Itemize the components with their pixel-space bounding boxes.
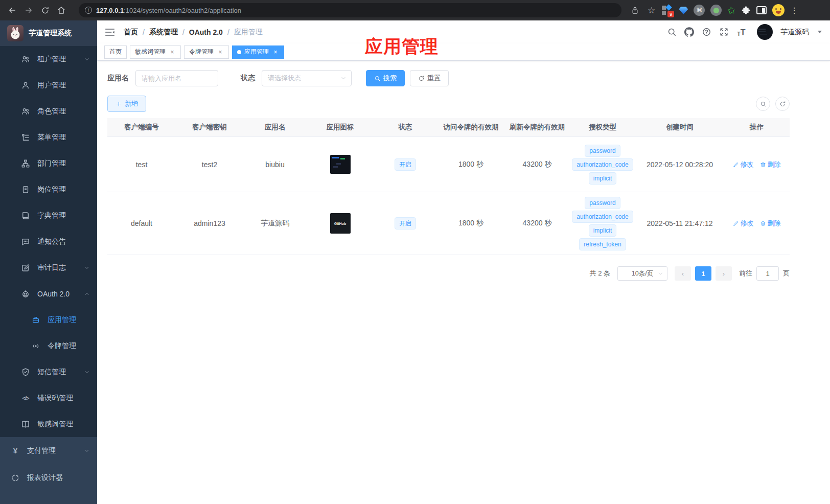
browser-menu-icon[interactable]: ⋮: [790, 6, 798, 15]
user-icon: [21, 81, 30, 90]
app-logo[interactable]: 芋道管理系统: [0, 20, 97, 46]
application-table: 客户端编号 客户端密钥 应用名 应用图标 状态 访问令牌的有效期 刷新令牌的有效…: [107, 118, 790, 255]
extension-badge: 9: [667, 11, 674, 17]
sidebar-item-notice[interactable]: 通知公告: [0, 228, 97, 255]
chevron-down-icon: [84, 265, 90, 271]
url-host: 127.0.0.1: [96, 7, 124, 14]
breadcrumb-home[interactable]: 首页: [124, 28, 138, 37]
search-button[interactable]: 搜索: [366, 70, 405, 86]
user-name[interactable]: 芋道源码: [780, 28, 809, 37]
app-icon-thumbnail[interactable]: [330, 155, 351, 174]
page-unit-label: 页: [783, 269, 790, 278]
sidebar-item-dept[interactable]: 部门管理: [0, 150, 97, 176]
sidebar-item-audit-log[interactable]: 审计日志: [0, 255, 97, 281]
sidebar-item-oauth-application[interactable]: 应用管理: [0, 307, 97, 333]
edit-link[interactable]: 修改: [733, 160, 754, 169]
close-icon[interactable]: ×: [272, 49, 279, 56]
org-tree-icon: [21, 159, 30, 168]
sidebar-item-menu[interactable]: 菜单管理: [0, 124, 97, 150]
extension-recorder-icon[interactable]: [710, 5, 722, 16]
chevron-down-icon: [84, 56, 90, 62]
delete-link[interactable]: 删除: [760, 160, 781, 169]
help-icon[interactable]: [702, 27, 711, 37]
extension-gem-icon[interactable]: [679, 6, 688, 14]
tab-token[interactable]: 令牌管理 ×: [184, 45, 229, 59]
sidebar-item-role[interactable]: 角色管理: [0, 98, 97, 124]
sidebar-toggle-icon[interactable]: [104, 27, 116, 38]
address-bar[interactable]: i 127.0.0.1:1024/system/oauth2/oauth2/ap…: [79, 3, 621, 17]
github-icon[interactable]: [684, 27, 694, 37]
extension-command-icon[interactable]: ⌘: [694, 5, 705, 16]
goto-page-input[interactable]: [756, 266, 779, 281]
report-icon: [11, 473, 20, 483]
book-icon: [21, 211, 30, 220]
sidebar-item-errcode[interactable]: </> 错误码管理: [0, 385, 97, 411]
created-time: 2022-05-12 00:28:20: [636, 161, 724, 169]
access-token-ttl: 1800 秒: [437, 160, 505, 169]
tags-view-bar: 首页 敏感词管理 × 令牌管理 × 应用管理 ×: [97, 43, 830, 61]
breadcrumb-oauth[interactable]: OAuth 2.0: [189, 28, 223, 36]
share-icon[interactable]: [628, 3, 642, 17]
client-id: test: [107, 161, 176, 169]
status-badge[interactable]: 开启: [395, 217, 416, 230]
side-panel-icon[interactable]: [756, 6, 767, 14]
user-menu-caret-icon[interactable]: [818, 31, 822, 33]
browser-toolbar: i 127.0.0.1:1024/system/oauth2/oauth2/ap…: [0, 0, 830, 20]
sidebar-item-sensitive-word[interactable]: 敏感词管理: [0, 411, 97, 437]
fullscreen-icon[interactable]: [719, 27, 729, 37]
next-page-button[interactable]: ›: [716, 266, 732, 281]
app-icon-thumbnail[interactable]: GitHub: [330, 213, 351, 234]
delete-link[interactable]: 删除: [760, 219, 781, 228]
sidebar-item-pay[interactable]: ¥ 支付管理: [0, 437, 97, 464]
sidebar-item-post[interactable]: 岗位管理: [0, 176, 97, 202]
app-title: 芋道管理系统: [29, 29, 72, 38]
status-badge[interactable]: 开启: [395, 158, 416, 171]
broadcast-icon: [31, 341, 40, 351]
reset-button[interactable]: 重置: [410, 70, 449, 86]
sidebar: 芋道管理系统 租户管理 用户管理 角色管理 菜单管理 部门管理: [0, 20, 97, 504]
edit-link[interactable]: 修改: [733, 219, 754, 228]
bookmark-star-icon[interactable]: ☆: [648, 5, 655, 16]
sidebar-item-user[interactable]: 用户管理: [0, 72, 97, 98]
header-search-icon[interactable]: [667, 27, 677, 37]
extension-tasks-icon[interactable]: 9: [661, 4, 673, 16]
font-size-icon[interactable]: [736, 27, 746, 37]
close-icon[interactable]: ×: [217, 49, 224, 56]
pagination: 共 2 条 10条/页 ‹ 1 › 前往 页: [107, 266, 790, 281]
add-button[interactable]: 新增: [107, 96, 146, 112]
sidebar-item-oauth-token[interactable]: 令牌管理: [0, 333, 97, 359]
badge-icon: [21, 185, 30, 194]
refresh-button[interactable]: [775, 97, 790, 111]
extension-star-icon[interactable]: ✩: [727, 4, 736, 17]
user-avatar[interactable]: [757, 24, 773, 40]
tab-sensitive-word[interactable]: 敏感词管理 ×: [130, 45, 181, 59]
profile-avatar-icon[interactable]: [772, 4, 785, 16]
home-icon[interactable]: [54, 3, 68, 17]
app-name-input[interactable]: [135, 70, 218, 86]
prev-page-button[interactable]: ‹: [675, 266, 691, 281]
close-icon[interactable]: ×: [169, 49, 176, 56]
sidebar-item-report-designer[interactable]: 报表设计器: [0, 464, 97, 491]
status-select[interactable]: 请选择状态: [262, 70, 352, 86]
total-count: 共 2 条: [590, 269, 610, 278]
extensions-puzzle-icon[interactable]: [741, 6, 751, 15]
forward-icon[interactable]: [21, 3, 36, 17]
sidebar-item-oauth[interactable]: OAuth 2.0: [0, 281, 97, 307]
sidebar-item-dict[interactable]: 字典管理: [0, 202, 97, 228]
page-size-select[interactable]: 10条/页: [617, 266, 667, 281]
sidebar-submenu-system: 租户管理 用户管理 角色管理 菜单管理 部门管理 岗位管理: [0, 46, 97, 437]
active-dot: [237, 50, 241, 54]
sidebar-item-sms[interactable]: 短信管理: [0, 359, 97, 385]
breadcrumb-system[interactable]: 系统管理: [149, 28, 178, 37]
goto-label: 前往: [739, 269, 752, 278]
tab-application[interactable]: 应用管理 ×: [232, 45, 284, 59]
page-number-button[interactable]: 1: [695, 266, 711, 281]
refresh-token-ttl: 43200 秒: [505, 219, 569, 228]
tab-home[interactable]: 首页: [104, 45, 127, 59]
reload-icon[interactable]: [38, 3, 52, 17]
site-info-icon[interactable]: i: [85, 7, 92, 14]
refresh-token-ttl: 43200 秒: [505, 160, 569, 169]
toggle-search-button[interactable]: [756, 97, 770, 111]
back-icon[interactable]: [5, 3, 19, 17]
sidebar-item-tenant[interactable]: 租户管理: [0, 46, 97, 72]
